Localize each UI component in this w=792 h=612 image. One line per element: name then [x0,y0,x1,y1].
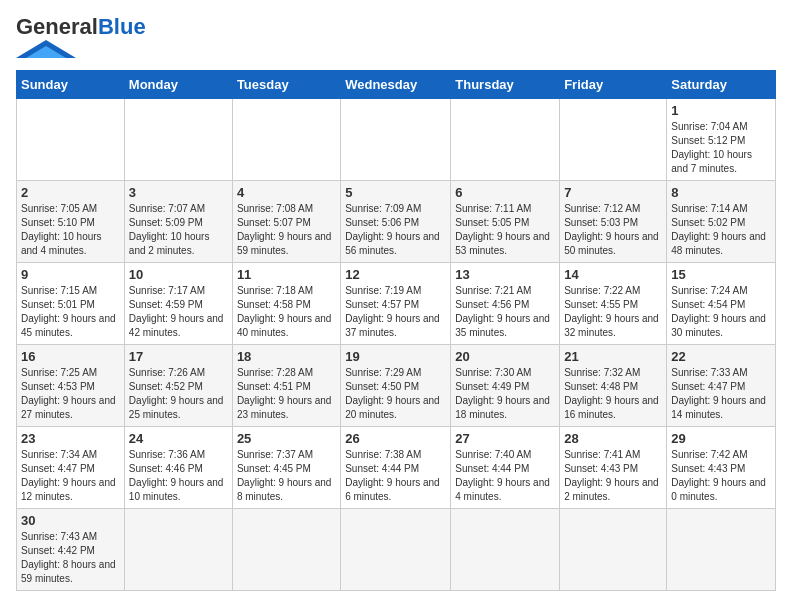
day-cell: 22Sunrise: 7:33 AM Sunset: 4:47 PM Dayli… [667,345,776,427]
day-info: Sunrise: 7:36 AM Sunset: 4:46 PM Dayligh… [129,448,228,504]
header-thursday: Thursday [451,71,560,99]
day-cell: 19Sunrise: 7:29 AM Sunset: 4:50 PM Dayli… [341,345,451,427]
day-cell: 30Sunrise: 7:43 AM Sunset: 4:42 PM Dayli… [17,509,125,591]
day-info: Sunrise: 7:04 AM Sunset: 5:12 PM Dayligh… [671,120,771,176]
day-cell: 26Sunrise: 7:38 AM Sunset: 4:44 PM Dayli… [341,427,451,509]
day-number: 14 [564,267,662,282]
day-number: 23 [21,431,120,446]
day-cell [124,509,232,591]
day-cell [341,509,451,591]
header-saturday: Saturday [667,71,776,99]
day-cell: 13Sunrise: 7:21 AM Sunset: 4:56 PM Dayli… [451,263,560,345]
logo-blue: Blue [98,14,146,39]
day-info: Sunrise: 7:40 AM Sunset: 4:44 PM Dayligh… [455,448,555,504]
day-number: 1 [671,103,771,118]
day-cell: 5Sunrise: 7:09 AM Sunset: 5:06 PM Daylig… [341,181,451,263]
day-info: Sunrise: 7:14 AM Sunset: 5:02 PM Dayligh… [671,202,771,258]
day-number: 3 [129,185,228,200]
day-cell: 10Sunrise: 7:17 AM Sunset: 4:59 PM Dayli… [124,263,232,345]
day-info: Sunrise: 7:42 AM Sunset: 4:43 PM Dayligh… [671,448,771,504]
day-number: 21 [564,349,662,364]
day-info: Sunrise: 7:15 AM Sunset: 5:01 PM Dayligh… [21,284,120,340]
day-info: Sunrise: 7:18 AM Sunset: 4:58 PM Dayligh… [237,284,336,340]
day-info: Sunrise: 7:43 AM Sunset: 4:42 PM Dayligh… [21,530,120,586]
day-cell: 7Sunrise: 7:12 AM Sunset: 5:03 PM Daylig… [560,181,667,263]
day-cell: 11Sunrise: 7:18 AM Sunset: 4:58 PM Dayli… [232,263,340,345]
week-row-2: 2Sunrise: 7:05 AM Sunset: 5:10 PM Daylig… [17,181,776,263]
day-number: 6 [455,185,555,200]
day-cell: 6Sunrise: 7:11 AM Sunset: 5:05 PM Daylig… [451,181,560,263]
day-number: 18 [237,349,336,364]
day-info: Sunrise: 7:21 AM Sunset: 4:56 PM Dayligh… [455,284,555,340]
day-info: Sunrise: 7:37 AM Sunset: 4:45 PM Dayligh… [237,448,336,504]
day-info: Sunrise: 7:38 AM Sunset: 4:44 PM Dayligh… [345,448,446,504]
day-cell: 12Sunrise: 7:19 AM Sunset: 4:57 PM Dayli… [341,263,451,345]
day-number: 25 [237,431,336,446]
day-number: 30 [21,513,120,528]
calendar-table: SundayMondayTuesdayWednesdayThursdayFrid… [16,70,776,591]
day-number: 9 [21,267,120,282]
day-info: Sunrise: 7:32 AM Sunset: 4:48 PM Dayligh… [564,366,662,422]
day-number: 16 [21,349,120,364]
day-cell [232,509,340,591]
day-number: 12 [345,267,446,282]
day-info: Sunrise: 7:30 AM Sunset: 4:49 PM Dayligh… [455,366,555,422]
day-cell [124,99,232,181]
day-info: Sunrise: 7:22 AM Sunset: 4:55 PM Dayligh… [564,284,662,340]
day-info: Sunrise: 7:09 AM Sunset: 5:06 PM Dayligh… [345,202,446,258]
day-cell [560,99,667,181]
page-header: GeneralBlue [16,16,776,58]
day-number: 4 [237,185,336,200]
week-row-4: 16Sunrise: 7:25 AM Sunset: 4:53 PM Dayli… [17,345,776,427]
calendar-header-row: SundayMondayTuesdayWednesdayThursdayFrid… [17,71,776,99]
day-number: 27 [455,431,555,446]
day-info: Sunrise: 7:29 AM Sunset: 4:50 PM Dayligh… [345,366,446,422]
header-wednesday: Wednesday [341,71,451,99]
day-cell: 27Sunrise: 7:40 AM Sunset: 4:44 PM Dayli… [451,427,560,509]
day-info: Sunrise: 7:08 AM Sunset: 5:07 PM Dayligh… [237,202,336,258]
day-number: 28 [564,431,662,446]
day-info: Sunrise: 7:17 AM Sunset: 4:59 PM Dayligh… [129,284,228,340]
day-number: 15 [671,267,771,282]
day-cell: 24Sunrise: 7:36 AM Sunset: 4:46 PM Dayli… [124,427,232,509]
header-friday: Friday [560,71,667,99]
day-number: 7 [564,185,662,200]
day-number: 8 [671,185,771,200]
week-row-6: 30Sunrise: 7:43 AM Sunset: 4:42 PM Dayli… [17,509,776,591]
day-cell [232,99,340,181]
day-cell: 28Sunrise: 7:41 AM Sunset: 4:43 PM Dayli… [560,427,667,509]
header-sunday: Sunday [17,71,125,99]
day-cell: 21Sunrise: 7:32 AM Sunset: 4:48 PM Dayli… [560,345,667,427]
logo-text: GeneralBlue [16,16,146,38]
day-info: Sunrise: 7:07 AM Sunset: 5:09 PM Dayligh… [129,202,228,258]
day-cell: 14Sunrise: 7:22 AM Sunset: 4:55 PM Dayli… [560,263,667,345]
day-number: 24 [129,431,228,446]
week-row-1: 1Sunrise: 7:04 AM Sunset: 5:12 PM Daylig… [17,99,776,181]
day-info: Sunrise: 7:19 AM Sunset: 4:57 PM Dayligh… [345,284,446,340]
week-row-5: 23Sunrise: 7:34 AM Sunset: 4:47 PM Dayli… [17,427,776,509]
header-monday: Monday [124,71,232,99]
week-row-3: 9Sunrise: 7:15 AM Sunset: 5:01 PM Daylig… [17,263,776,345]
day-number: 5 [345,185,446,200]
day-cell [560,509,667,591]
day-cell: 15Sunrise: 7:24 AM Sunset: 4:54 PM Dayli… [667,263,776,345]
day-info: Sunrise: 7:24 AM Sunset: 4:54 PM Dayligh… [671,284,771,340]
day-cell: 9Sunrise: 7:15 AM Sunset: 5:01 PM Daylig… [17,263,125,345]
logo-icon [16,40,76,58]
day-number: 29 [671,431,771,446]
day-cell: 25Sunrise: 7:37 AM Sunset: 4:45 PM Dayli… [232,427,340,509]
day-number: 17 [129,349,228,364]
day-cell: 1Sunrise: 7:04 AM Sunset: 5:12 PM Daylig… [667,99,776,181]
day-cell: 20Sunrise: 7:30 AM Sunset: 4:49 PM Dayli… [451,345,560,427]
day-number: 2 [21,185,120,200]
day-info: Sunrise: 7:41 AM Sunset: 4:43 PM Dayligh… [564,448,662,504]
day-cell [451,509,560,591]
day-cell [451,99,560,181]
day-info: Sunrise: 7:05 AM Sunset: 5:10 PM Dayligh… [21,202,120,258]
day-cell: 23Sunrise: 7:34 AM Sunset: 4:47 PM Dayli… [17,427,125,509]
day-info: Sunrise: 7:34 AM Sunset: 4:47 PM Dayligh… [21,448,120,504]
day-cell: 8Sunrise: 7:14 AM Sunset: 5:02 PM Daylig… [667,181,776,263]
day-cell: 18Sunrise: 7:28 AM Sunset: 4:51 PM Dayli… [232,345,340,427]
day-cell: 17Sunrise: 7:26 AM Sunset: 4:52 PM Dayli… [124,345,232,427]
logo-general: General [16,14,98,39]
